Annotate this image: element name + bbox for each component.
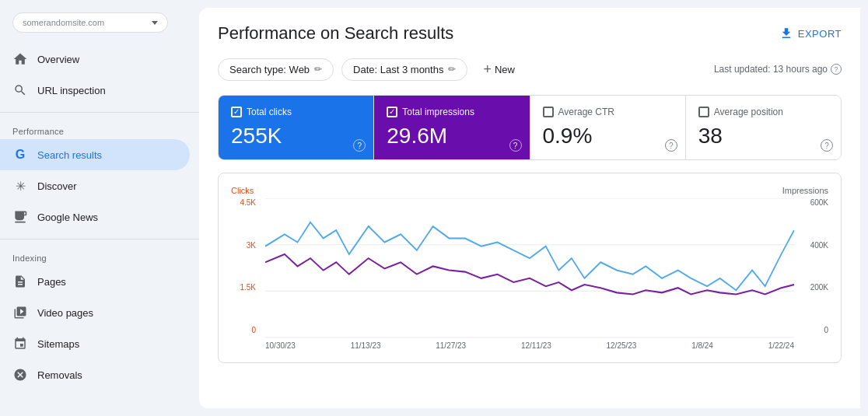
metrics-row: Total clicks 255K ? Total impressions 29… — [218, 95, 842, 160]
metric-card-average-position[interactable]: Average position 38 ? — [686, 96, 841, 159]
date-range-filter[interactable]: Date: Last 3 months ✏ — [341, 58, 467, 81]
search-type-filter[interactable]: Search type: Web ✏ — [218, 58, 334, 81]
search-icon — [12, 82, 28, 98]
y-axis-right: 600K 400K 200K 0 — [797, 198, 828, 334]
search-type-edit-icon: ✏ — [314, 64, 322, 75]
x-label-3: 12/11/23 — [521, 341, 551, 350]
sidebar: somerandomsite.com Overview URL inspecti… — [0, 0, 199, 416]
sidebar-label-sitemaps: Sitemaps — [37, 338, 79, 350]
average-ctr-help-icon[interactable]: ? — [665, 139, 677, 152]
date-range-edit-icon: ✏ — [448, 64, 456, 75]
sidebar-item-video-pages[interactable]: Video pages — [0, 297, 190, 328]
metric-card-total-clicks[interactable]: Total clicks 255K ? — [219, 96, 374, 159]
total-impressions-label: Total impressions — [402, 107, 474, 117]
export-icon — [779, 26, 793, 40]
sidebar-label-discover: Discover — [37, 180, 77, 192]
plus-icon: + — [483, 62, 492, 76]
average-ctr-label: Average CTR — [558, 107, 614, 117]
checkbox-total-impressions — [387, 107, 397, 117]
metric-card-average-ctr[interactable]: Average CTR 0.9% ? — [530, 96, 686, 159]
average-position-value: 38 — [698, 124, 828, 149]
filters-bar: Search type: Web ✏ Date: Last 3 months ✏… — [218, 58, 842, 81]
date-range-label: Date: Last 3 months — [353, 64, 443, 75]
impressions-line — [265, 254, 794, 294]
help-icon[interactable]: ? — [831, 64, 842, 75]
sidebar-item-discover[interactable]: ✳ Discover — [0, 170, 190, 201]
video-pages-icon — [12, 305, 28, 320]
checkbox-average-ctr — [543, 107, 554, 117]
total-clicks-value: 255K — [231, 124, 361, 149]
checkbox-total-clicks — [231, 107, 242, 117]
new-filter-button[interactable]: + New — [475, 58, 523, 81]
chart-container: Clicks Impressions 4.5K 3K 1.5K 0 600K 4… — [218, 173, 842, 363]
search-type-label: Search type: Web — [229, 64, 310, 75]
google-g-icon: G — [12, 147, 28, 163]
main-header: Performance on Search results EXPORT — [218, 23, 842, 44]
page-title: Performance on Search results — [218, 23, 453, 44]
total-clicks-label: Total clicks — [247, 107, 292, 117]
section-label-performance: Performance — [0, 119, 199, 139]
total-impressions-checkbox[interactable]: Total impressions — [387, 107, 516, 117]
main-content: Performance on Search results EXPORT Sea… — [199, 8, 860, 408]
sidebar-label-search-results: Search results — [37, 149, 102, 161]
x-label-0: 10/30/23 — [265, 341, 296, 350]
pages-icon — [12, 274, 28, 289]
export-button[interactable]: EXPORT — [779, 26, 842, 40]
checkbox-average-position — [698, 107, 709, 117]
average-position-help-icon[interactable]: ? — [821, 139, 833, 152]
sitemaps-icon — [12, 336, 28, 351]
chevron-down-icon — [152, 21, 158, 25]
total-impressions-help-icon[interactable]: ? — [509, 139, 522, 152]
average-ctr-checkbox[interactable]: Average CTR — [543, 107, 673, 117]
chart-svg-wrapper: 4.5K 3K 1.5K 0 600K 400K 200K 0 — [231, 198, 828, 338]
sidebar-item-removals[interactable]: Removals — [0, 359, 190, 390]
last-updated: Last updated: 13 hours ago ? — [714, 64, 842, 75]
removals-icon — [12, 367, 28, 383]
domain-text: somerandomsite.com — [23, 18, 147, 27]
sidebar-label-removals: Removals — [37, 369, 82, 381]
x-axis-labels: 10/30/23 11/13/23 11/27/23 12/11/23 12/2… — [231, 338, 828, 350]
divider-2 — [0, 239, 199, 239]
sidebar-item-pages[interactable]: Pages — [0, 266, 190, 297]
export-label: EXPORT — [798, 28, 842, 40]
x-label-2: 11/27/23 — [436, 341, 466, 350]
domain-selector[interactable]: somerandomsite.com — [0, 8, 199, 44]
home-icon — [12, 51, 28, 67]
sidebar-label-url-inspection: URL inspection — [37, 85, 106, 96]
x-label-1: 11/13/23 — [351, 341, 381, 350]
x-label-5: 1/8/24 — [691, 341, 713, 350]
x-label-6: 1/22/24 — [768, 341, 794, 350]
total-clicks-checkbox[interactable]: Total clicks — [231, 107, 361, 117]
average-position-checkbox[interactable]: Average position — [698, 107, 828, 117]
sidebar-item-google-news[interactable]: Google News — [0, 201, 190, 232]
total-clicks-help-icon[interactable]: ? — [353, 139, 366, 152]
average-position-label: Average position — [714, 107, 783, 117]
x-label-4: 12/25/23 — [607, 341, 637, 350]
sidebar-item-search-results[interactable]: G Search results — [0, 139, 190, 170]
news-icon — [12, 209, 28, 225]
new-button-label: New — [495, 64, 515, 75]
clicks-line — [265, 222, 794, 290]
sidebar-item-sitemaps[interactable]: Sitemaps — [0, 328, 190, 359]
discover-icon: ✳ — [12, 178, 28, 194]
sidebar-nav: Overview URL inspection Performance G Se… — [0, 44, 199, 408]
sidebar-label-google-news: Google News — [37, 211, 98, 223]
chart-axis-labels: Clicks Impressions — [231, 186, 828, 195]
y-axis-left: 4.5K 3K 1.5K 0 — [231, 198, 259, 334]
sidebar-label-overview: Overview — [37, 54, 79, 65]
sidebar-item-overview[interactable]: Overview — [0, 44, 190, 75]
sidebar-item-url-inspection[interactable]: URL inspection — [0, 75, 190, 106]
total-impressions-value: 29.6M — [387, 124, 516, 149]
chart-svg — [231, 198, 828, 338]
sidebar-label-pages: Pages — [37, 276, 66, 288]
sidebar-label-video-pages: Video pages — [37, 307, 93, 319]
metric-card-total-impressions[interactable]: Total impressions 29.6M ? — [374, 96, 530, 159]
chart-right-axis-label: Impressions — [782, 186, 828, 195]
section-label-indexing: Indexing — [0, 246, 199, 266]
divider-1 — [0, 112, 199, 113]
chart-left-axis-label: Clicks — [231, 186, 254, 195]
average-ctr-value: 0.9% — [543, 124, 673, 149]
